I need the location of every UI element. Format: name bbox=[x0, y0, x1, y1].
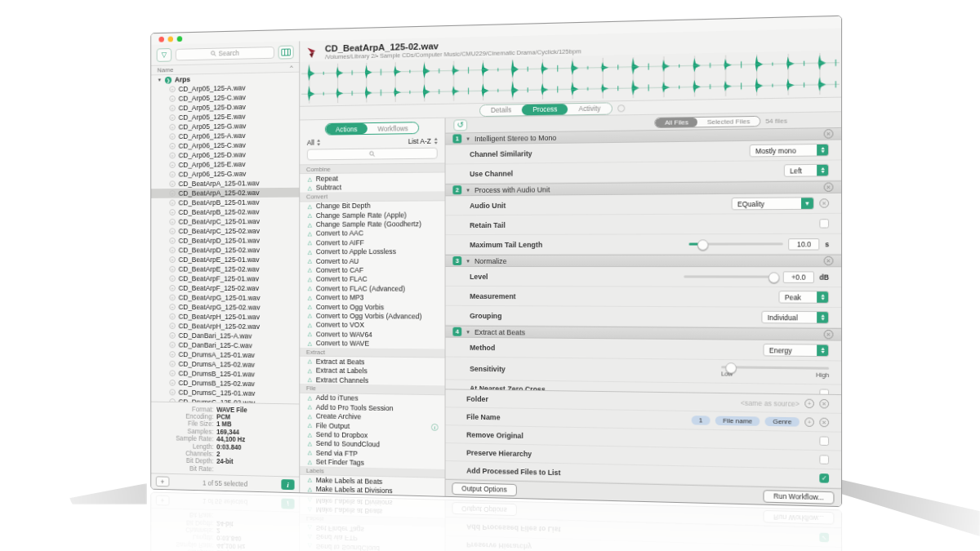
remove-step-icon[interactable]: ✕ bbox=[824, 183, 834, 192]
checkbox[interactable]: ✓ bbox=[819, 473, 829, 483]
action-triangle-icon: △ bbox=[308, 231, 312, 237]
sort-order-select[interactable]: List A-Z bbox=[408, 137, 438, 145]
action-item[interactable]: △Convert to AAC bbox=[300, 229, 444, 238]
tab-details[interactable]: Details bbox=[480, 104, 522, 116]
clear-selection-icon[interactable]: ✕ bbox=[819, 198, 829, 207]
scope-all-files[interactable]: All Files bbox=[656, 118, 698, 127]
dropdown-select[interactable]: Individual bbox=[761, 311, 829, 324]
file-row[interactable]: +CD_BeatArpB_125-02.wav bbox=[151, 207, 299, 217]
action-item[interactable]: △Change Bit Depth bbox=[300, 201, 444, 211]
run-workflow-button[interactable]: Run Workflow... bbox=[764, 490, 835, 504]
file-row[interactable]: +CD_BeatArpE_125-01.wav bbox=[151, 255, 299, 264]
action-item-label: Send via FTP bbox=[316, 449, 358, 458]
file-info-panel: Format:WAVE FileEncoding:PCMFile Size:1 … bbox=[151, 402, 299, 477]
action-triangle-icon: △ bbox=[308, 459, 312, 464]
action-item[interactable]: △Convert to FLAC bbox=[300, 274, 444, 284]
disclosure-triangle-icon[interactable]: ▼ bbox=[466, 259, 470, 264]
file-row[interactable]: +CD_BeatArpD_125-02.wav bbox=[151, 245, 299, 255]
action-item[interactable]: △Convert to Ogg Vorbis (Advanced) bbox=[300, 311, 444, 321]
segment-actions[interactable]: Actions bbox=[326, 123, 368, 135]
dropdown-select[interactable]: Energy bbox=[763, 344, 829, 357]
file-name: CD_Arp05_125-A.wav bbox=[179, 84, 246, 93]
param-control: Mostly mono bbox=[750, 144, 829, 158]
file-row[interactable]: +CD_BeatArpG_125-02.wav bbox=[151, 302, 299, 313]
filename-token[interactable]: File name bbox=[715, 416, 760, 426]
action-item[interactable]: △Convert to FLAC (Advanced) bbox=[300, 284, 444, 294]
param-label: Method bbox=[470, 343, 495, 351]
chevron-down-icon: ▼ bbox=[801, 198, 813, 209]
disclosure-triangle-icon[interactable]: ▼ bbox=[158, 78, 163, 82]
file-row[interactable]: +CD_BeatArpF_125-01.wav bbox=[151, 273, 299, 283]
add-files-button[interactable]: + bbox=[156, 476, 170, 487]
file-row[interactable]: +CD_BeatArpE_125-02.wav bbox=[151, 264, 299, 274]
actions-search-input[interactable] bbox=[307, 148, 438, 161]
action-item[interactable]: △Convert to Apple Lossless bbox=[300, 247, 444, 256]
file-row[interactable]: +CD_BeatArpF_125-02.wav bbox=[151, 283, 299, 293]
disclosure-triangle-icon[interactable]: ▼ bbox=[466, 188, 470, 193]
value-field[interactable]: +0.0 bbox=[783, 271, 814, 283]
disclosure-triangle-icon[interactable]: ▼ bbox=[466, 136, 470, 141]
segment-workflows[interactable]: Workflows bbox=[368, 122, 418, 134]
close-button[interactable] bbox=[158, 37, 163, 42]
clear-circle-icon[interactable]: ✕ bbox=[819, 399, 829, 409]
tab-activity[interactable]: Activity bbox=[568, 103, 612, 114]
clear-circle-icon[interactable]: ✕ bbox=[819, 418, 829, 428]
slider[interactable] bbox=[721, 366, 829, 370]
file-circle-icon: + bbox=[169, 351, 175, 358]
dropdown-select[interactable]: Left bbox=[784, 164, 829, 177]
dropdown-select[interactable]: Peak bbox=[778, 291, 829, 304]
action-item[interactable]: △Convert to MP3 bbox=[300, 293, 444, 303]
file-row[interactable]: +CD_BeatArpB_125-01.wav bbox=[151, 198, 299, 208]
action-item-label: Set Finder Tags bbox=[316, 458, 364, 467]
file-circle-icon: + bbox=[169, 322, 175, 329]
sidebar-search-input[interactable]: Search bbox=[176, 47, 274, 60]
category-filter-select[interactable]: All bbox=[307, 139, 321, 147]
action-triangle-icon: △ bbox=[308, 367, 312, 373]
remove-step-icon[interactable]: ✕ bbox=[824, 256, 834, 265]
add-circle-icon[interactable]: + bbox=[804, 399, 814, 409]
step-header[interactable]: 3▼Normalize✕ bbox=[446, 255, 841, 268]
param-label: Measurement bbox=[470, 291, 515, 300]
action-item[interactable]: △Change Sample Rate (Apple) bbox=[300, 210, 444, 220]
step-number-badge: 2 bbox=[452, 185, 461, 194]
info-circle-icon[interactable]: i bbox=[431, 424, 439, 431]
checkbox[interactable] bbox=[819, 436, 829, 446]
filename-token[interactable]: 1 bbox=[691, 415, 710, 425]
undo-button[interactable]: ↺ bbox=[453, 119, 467, 131]
zoom-button[interactable] bbox=[177, 36, 183, 42]
action-item[interactable]: △Convert to CAF bbox=[300, 265, 444, 274]
checkbox[interactable] bbox=[819, 455, 829, 464]
tab-process[interactable]: Process bbox=[522, 104, 568, 115]
action-item[interactable]: △Change Sample Rate (Goodhertz) bbox=[300, 220, 444, 229]
output-options-button[interactable]: Output Options bbox=[452, 482, 516, 496]
file-row[interactable]: +CD_BeatArpC_125-01.wav bbox=[151, 216, 299, 226]
file-row[interactable]: +CD_BeatArpC_125-02.wav bbox=[151, 226, 299, 236]
action-item[interactable]: △Convert to VOX bbox=[300, 320, 444, 330]
action-item[interactable]: △Convert to Ogg Vorbis bbox=[300, 302, 444, 312]
file-circle-icon: + bbox=[169, 114, 175, 121]
remove-step-icon[interactable]: ✕ bbox=[824, 129, 834, 139]
info-button[interactable]: i bbox=[281, 479, 294, 490]
checkbox[interactable] bbox=[819, 219, 829, 228]
action-item[interactable]: △Convert to AIFF bbox=[300, 238, 444, 247]
action-item-label: Repeat bbox=[316, 175, 338, 183]
file-row[interactable]: +CD_BeatArpG_125-01.wav bbox=[151, 293, 299, 303]
dropdown-chevron[interactable]: EQuality▼ bbox=[732, 197, 814, 210]
action-triangle-icon: △ bbox=[308, 413, 312, 419]
column-view-button[interactable] bbox=[278, 45, 294, 59]
scope-selected-files[interactable]: Selected Files bbox=[697, 116, 760, 126]
disclosure-triangle-icon[interactable]: ▼ bbox=[466, 329, 470, 334]
dropdown-select[interactable]: Mostly mono bbox=[750, 144, 829, 158]
remove-step-icon[interactable]: ✕ bbox=[824, 330, 834, 339]
action-item[interactable]: △Convert to AU bbox=[300, 256, 444, 265]
slider[interactable] bbox=[689, 242, 783, 245]
filename-token[interactable]: Genre bbox=[765, 417, 800, 427]
slider[interactable] bbox=[684, 275, 777, 278]
file-row[interactable]: +CD_BeatArpD_125-01.wav bbox=[151, 236, 299, 246]
add-circle-icon[interactable]: + bbox=[804, 417, 814, 427]
action-item-label: Convert to AAC bbox=[316, 229, 363, 238]
value-field[interactable]: 10.0 bbox=[789, 238, 820, 251]
minimize-button[interactable] bbox=[168, 36, 173, 42]
file-circle-icon: + bbox=[169, 124, 175, 131]
filter-button[interactable]: ▽ bbox=[157, 48, 172, 62]
